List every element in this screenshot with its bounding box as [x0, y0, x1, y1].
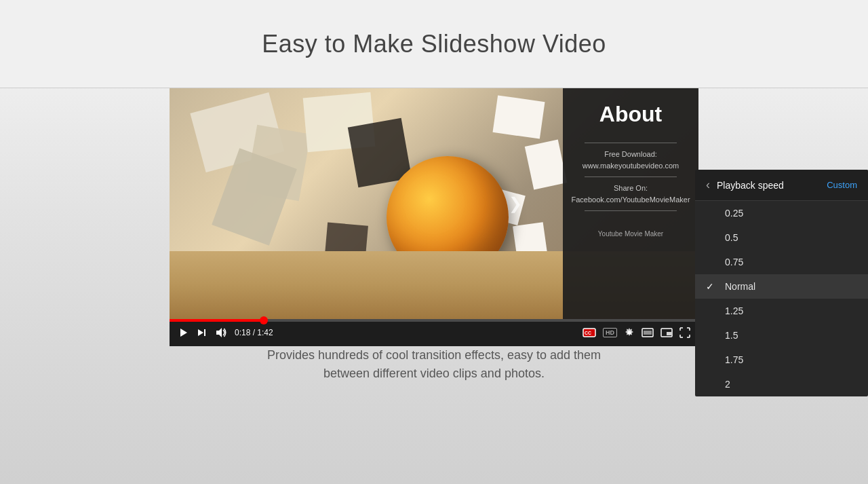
speed-option-normal[interactable]: ✓ Normal — [695, 274, 868, 299]
right-controls: CC HD — [581, 326, 692, 339]
miniplayer-button[interactable] — [659, 327, 674, 339]
video-frame[interactable]: About Free Download: www.makeyoutubevide… — [170, 88, 698, 319]
playback-speed-title: Playback speed — [717, 180, 827, 191]
back-arrow-icon[interactable]: ‹ — [706, 178, 710, 192]
play-button[interactable] — [176, 326, 190, 339]
time-display: 0:18 / 1:42 — [235, 328, 273, 337]
dropdown-header: ‹ Playback speed Custom — [695, 170, 868, 201]
next-arrow[interactable]: ❯ — [509, 194, 522, 213]
description-text: Provides hundreds of cool transition eff… — [197, 346, 671, 383]
about-divider — [585, 143, 677, 143]
svg-text:CC: CC — [585, 331, 591, 335]
video-controls: 0:18 / 1:42 CC HD — [170, 319, 698, 346]
svg-marker-3 — [216, 328, 222, 337]
description-area: Provides hundreds of cool transition eff… — [197, 346, 671, 383]
quality-button[interactable]: HD — [601, 327, 618, 339]
page-title: Easy to Make Slideshow Video — [262, 30, 606, 58]
fullscreen-button[interactable] — [678, 326, 692, 339]
custom-link[interactable]: Custom — [827, 180, 857, 190]
svg-marker-0 — [180, 329, 187, 337]
svg-rect-10 — [667, 332, 671, 335]
about-divider-2 — [585, 176, 677, 177]
light-piece-2 — [525, 140, 567, 190]
speed-option-075[interactable]: 0.75 — [695, 250, 868, 274]
checkmark-icon: ✓ — [706, 281, 717, 292]
about-free-download: Free Download: www.makeyoutubevideo.com — [583, 149, 679, 171]
playback-speed-dropdown[interactable]: ‹ Playback speed Custom 0.25 0.5 0.75 ✓ … — [695, 170, 868, 396]
about-brand: Youtube Movie Maker — [598, 230, 663, 238]
subtitles-button[interactable]: CC — [581, 327, 597, 339]
video-container: About Free Download: www.makeyoutubevide… — [170, 88, 698, 346]
speed-option-15[interactable]: 1.5 — [695, 323, 868, 348]
speed-option-05[interactable]: 0.5 — [695, 225, 868, 250]
about-overlay: About Free Download: www.makeyoutubevide… — [563, 88, 698, 319]
page-title-area: Easy to Make Slideshow Video — [0, 0, 868, 88]
light-piece-1 — [493, 95, 545, 138]
progress-fill — [170, 319, 264, 322]
svg-rect-2 — [204, 329, 205, 336]
skip-button[interactable] — [195, 326, 209, 339]
about-divider-3 — [585, 210, 677, 211]
about-share: Share On: Facebook.com/YoutubeMovieMaker — [571, 183, 690, 205]
speed-option-175[interactable]: 1.75 — [695, 348, 868, 372]
svg-rect-8 — [644, 331, 652, 335]
svg-marker-1 — [198, 329, 203, 336]
controls-area: 0:18 / 1:42 CC HD — [170, 319, 698, 346]
volume-button[interactable] — [214, 326, 229, 339]
normal-label: Normal — [725, 281, 755, 292]
speed-option-125[interactable]: 1.25 — [695, 299, 868, 323]
about-title: About — [599, 102, 662, 127]
hd-badge: HD — [603, 328, 617, 337]
speed-option-025[interactable]: 0.25 — [695, 201, 868, 225]
theater-mode-button[interactable] — [640, 327, 655, 339]
settings-button[interactable] — [623, 326, 636, 339]
controls-row: 0:18 / 1:42 CC HD — [176, 326, 692, 339]
speed-option-2[interactable]: 2 — [695, 372, 868, 396]
progress-bar[interactable] — [170, 319, 698, 322]
